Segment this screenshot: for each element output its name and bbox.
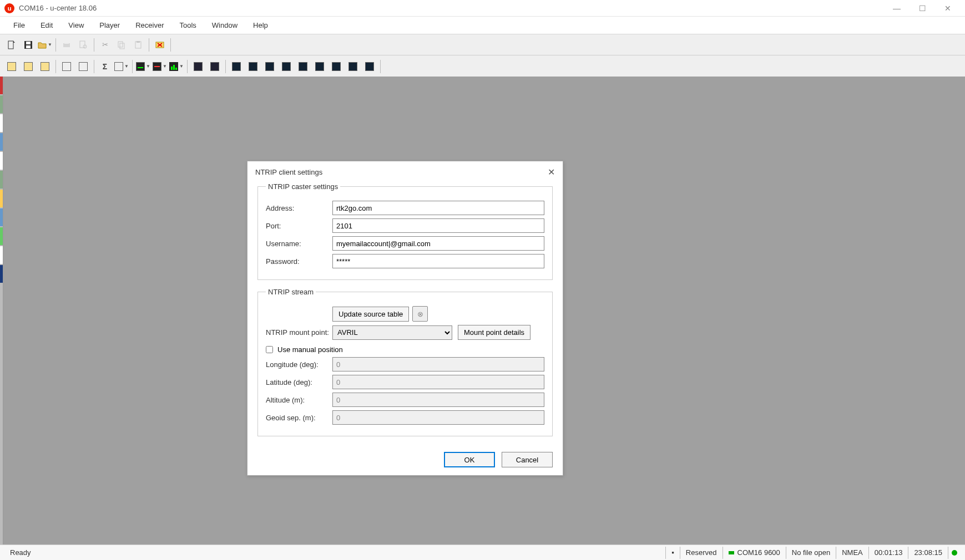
- latitude-label: Latitude (deg):: [266, 378, 332, 386]
- table-icon[interactable]: ▼: [114, 59, 129, 74]
- password-label: Password:: [266, 257, 332, 266]
- update-source-button[interactable]: Update source table: [332, 307, 409, 322]
- connection-status-icon: [729, 551, 734, 554]
- status-time2: 23:08:15: [908, 547, 948, 559]
- svg-rect-4: [63, 43, 70, 47]
- view-cfg-icon[interactable]: [75, 59, 91, 74]
- mountpoint-details-button[interactable]: Mount point details: [458, 325, 531, 340]
- status-proto: NMEA: [836, 547, 868, 559]
- longitude-input: [332, 357, 544, 371]
- password-input[interactable]: [332, 254, 544, 268]
- app-icon: u: [4, 3, 14, 13]
- status-time1: 00:01:13: [868, 547, 908, 559]
- latitude-input: [332, 375, 544, 389]
- username-input[interactable]: [332, 236, 544, 251]
- sigma-icon[interactable]: Σ: [97, 59, 113, 74]
- window-title: COM16 - u-center 18.06: [19, 4, 97, 12]
- view-txt-icon[interactable]: [37, 59, 53, 74]
- status-file: No file open: [786, 547, 836, 559]
- altitude-input: [332, 393, 544, 407]
- dialog-close-icon[interactable]: ✕: [548, 167, 555, 177]
- sat2-icon[interactable]: [245, 59, 261, 74]
- sat7-icon[interactable]: [329, 59, 344, 74]
- toolbar-views: Σ ▼ ▼ ▼ ▼: [0, 55, 965, 78]
- sat4-icon[interactable]: [279, 59, 294, 74]
- mdi-workspace: NTRIP client settings ✕ NTRIP caster set…: [0, 77, 965, 544]
- address-input[interactable]: [332, 201, 544, 215]
- view-bin-icon[interactable]: [21, 59, 36, 74]
- svg-rect-9: [120, 43, 124, 49]
- status-port: COM16 9600: [723, 547, 786, 559]
- svg-rect-6: [80, 41, 85, 48]
- username-label: Username:: [266, 240, 332, 248]
- print-icon[interactable]: [59, 37, 74, 53]
- caster-fieldset: NTRIP caster settings Address: Port: Use…: [257, 182, 553, 280]
- minimize-button[interactable]: —: [884, 0, 910, 17]
- menu-file[interactable]: File: [6, 18, 33, 33]
- ntrip-dialog: NTRIP client settings ✕ NTRIP caster set…: [247, 161, 563, 476]
- scope2-icon[interactable]: [207, 59, 223, 74]
- geoid-input: [332, 410, 544, 425]
- mountpoint-label: NTRIP mount point:: [266, 328, 332, 337]
- menu-tools[interactable]: Tools: [171, 18, 204, 33]
- manual-position-label: Use manual position: [277, 345, 343, 354]
- ok-button[interactable]: OK: [444, 452, 495, 467]
- status-led-icon: [948, 547, 961, 559]
- copy-icon[interactable]: [114, 37, 129, 53]
- sat8-icon[interactable]: [345, 59, 361, 74]
- svg-rect-3: [26, 45, 31, 48]
- menu-receiver[interactable]: Receiver: [128, 18, 171, 33]
- menu-help[interactable]: Help: [245, 18, 276, 33]
- print-preview-icon[interactable]: [75, 37, 91, 53]
- status-bar: Ready ▪ Reserved COM16 9600 No file open…: [0, 544, 965, 560]
- chart-hist-icon[interactable]: ▼: [152, 59, 168, 74]
- stream-legend: NTRIP stream: [266, 288, 316, 296]
- dialog-title: NTRIP client settings: [255, 168, 322, 176]
- paste-icon[interactable]: [130, 37, 146, 53]
- svg-rect-5: [64, 42, 69, 44]
- sat3-icon[interactable]: [262, 59, 277, 74]
- stream-fieldset: NTRIP stream Update source table ⊗ NTRIP…: [257, 288, 553, 436]
- close-window-button[interactable]: ✕: [935, 0, 961, 17]
- svg-rect-2: [26, 42, 31, 44]
- open-icon[interactable]: ▼: [37, 37, 53, 53]
- port-label: Port:: [266, 222, 332, 230]
- save-icon[interactable]: [21, 37, 36, 53]
- menu-player[interactable]: Player: [92, 18, 128, 33]
- scope1-icon[interactable]: [190, 59, 206, 74]
- toolbar-file: ▼ ✂: [0, 34, 965, 55]
- sat1-icon[interactable]: [229, 59, 244, 74]
- altitude-label: Altitude (m):: [266, 396, 332, 404]
- sat9-icon[interactable]: [362, 59, 377, 74]
- port-input[interactable]: [332, 218, 544, 233]
- sat5-icon[interactable]: [295, 59, 311, 74]
- chart-bars-icon[interactable]: ▼: [169, 59, 184, 74]
- mountpoint-select[interactable]: AVRIL: [332, 325, 452, 340]
- caster-legend: NTRIP caster settings: [266, 182, 340, 191]
- maximize-button[interactable]: ☐: [910, 0, 935, 17]
- view-pack-icon[interactable]: [4, 59, 19, 74]
- cut-icon[interactable]: ✂: [97, 37, 113, 53]
- menu-bar: File Edit View Player Receiver Tools Win…: [0, 17, 965, 34]
- menu-edit[interactable]: Edit: [33, 18, 60, 33]
- manual-position-checkbox[interactable]: [266, 346, 273, 353]
- view-msg-icon[interactable]: [59, 59, 74, 74]
- status-reserved: Reserved: [680, 547, 723, 559]
- sat6-icon[interactable]: [312, 59, 327, 74]
- geoid-label: Geoid sep. (m):: [266, 414, 332, 422]
- menu-view[interactable]: View: [60, 18, 92, 33]
- status-ready: Ready: [4, 547, 37, 559]
- new-file-icon[interactable]: [4, 37, 19, 53]
- message-cross-icon[interactable]: [152, 37, 168, 53]
- docked-strip: [0, 77, 3, 544]
- longitude-label: Longitude (deg):: [266, 360, 332, 369]
- cancel-update-icon[interactable]: ⊗: [412, 306, 428, 322]
- svg-rect-11: [137, 41, 140, 43]
- status-dot: ▪: [665, 547, 680, 559]
- menu-window[interactable]: Window: [204, 18, 245, 33]
- svg-rect-0: [8, 41, 13, 49]
- address-label: Address:: [266, 204, 332, 212]
- window-titlebar: u COM16 - u-center 18.06 — ☐ ✕: [0, 0, 965, 17]
- chart-dev-icon[interactable]: ▼: [135, 59, 151, 74]
- cancel-button[interactable]: Cancel: [502, 452, 553, 467]
